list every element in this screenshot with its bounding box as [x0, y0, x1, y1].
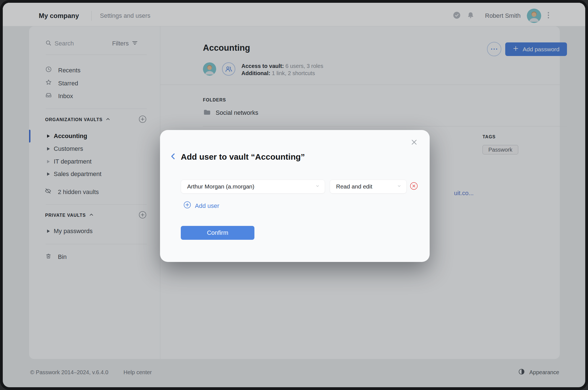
chevron-down-icon	[397, 184, 401, 189]
remove-user-icon[interactable]	[410, 182, 418, 191]
app-screen: My company Settings and users Robert Smi…	[3, 3, 585, 387]
role-select-value: Read and edit	[336, 183, 372, 190]
add-user-modal: Add user to vault “Accounting” Arthur Mo…	[160, 130, 430, 262]
close-icon[interactable]	[410, 138, 418, 147]
role-select[interactable]: Read and edit	[330, 180, 407, 193]
modal-title: Add user to vault “Accounting”	[181, 152, 305, 162]
add-user-link[interactable]: Add user	[184, 201, 219, 210]
back-chevron-icon[interactable]	[169, 152, 177, 162]
device-frame: My company Settings and users Robert Smi…	[0, 0, 588, 390]
add-user-label: Add user	[195, 202, 219, 209]
user-select[interactable]: Arthur Morgan (a.morgan)	[181, 180, 325, 193]
plus-circle-icon	[184, 201, 191, 210]
user-select-value: Arthur Morgan (a.morgan)	[187, 183, 254, 190]
chevron-down-icon	[315, 184, 320, 189]
confirm-button[interactable]: Confirm	[181, 226, 254, 240]
